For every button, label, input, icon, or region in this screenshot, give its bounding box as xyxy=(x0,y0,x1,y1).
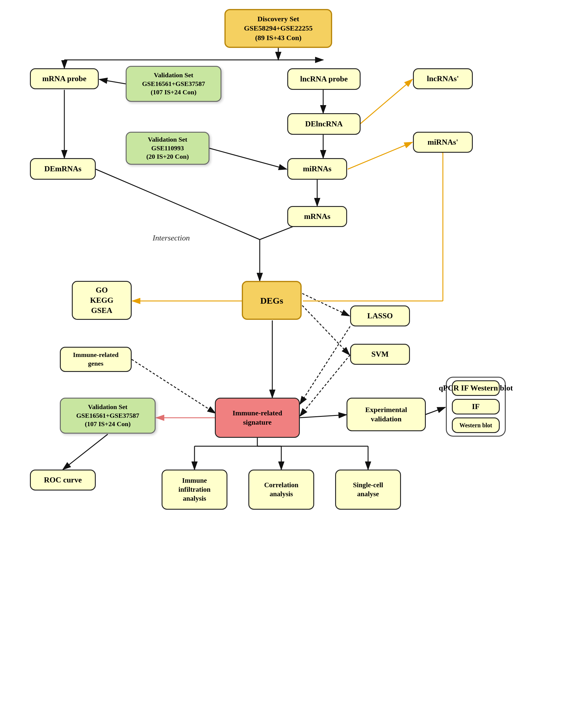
validation-set-1-node: Validation Set GSE16561+GSE37587 (107 IS… xyxy=(126,66,222,102)
immune-related-genes-node: Immune-related genes xyxy=(60,347,132,372)
immune-infiltration-node: Immune infiltration analysis xyxy=(162,469,227,510)
roc-curve-node: ROC curve xyxy=(30,469,96,490)
svg-line-24 xyxy=(300,355,350,416)
mrna-probe-node: mRNA probe xyxy=(30,68,99,89)
go-kegg-gsea-node: GO KEGG GSEA xyxy=(72,281,132,320)
experimental-validation-node: Experimental validation xyxy=(346,398,426,431)
svg-line-26 xyxy=(299,415,346,418)
validation-set-3-node: Validation Set GSE16561+GSE37587 (107 IS… xyxy=(60,398,155,433)
correlation-analysis-node: Correlation analysis xyxy=(248,469,314,510)
mrnas-node: mRNAs xyxy=(287,206,347,227)
western-blot-node: Western blot xyxy=(452,418,500,433)
svg-line-37 xyxy=(360,79,412,124)
delncrna-node: DElncRNA xyxy=(287,113,361,135)
svg-line-21 xyxy=(302,294,350,316)
flowchart-diagram: Intersection Discovery Set GSE58294+GSE2… xyxy=(0,0,588,728)
mirnas-node: miRNAs xyxy=(287,158,347,180)
lncrna-probe-node: lncRNA probe xyxy=(287,68,361,90)
svg-line-27 xyxy=(425,407,445,415)
svg-line-13 xyxy=(209,148,287,169)
degs-node: DEGs xyxy=(242,281,302,320)
if-node: IF xyxy=(452,399,500,414)
lasso-node: LASSO xyxy=(350,305,410,326)
mirnas-prime-node: miRNAs' xyxy=(413,132,473,153)
lncrnas-prime-node: lncRNAs' xyxy=(413,68,473,89)
svg-line-23 xyxy=(300,326,350,404)
intersection-label: Intersection xyxy=(153,234,190,243)
svg-line-15 xyxy=(96,169,260,240)
validation-set-2-node: Validation Set GSE110993 (20 IS+20 Con) xyxy=(126,132,209,165)
demrnas-node: DEmRNAs xyxy=(30,158,96,180)
svm-node: SVM xyxy=(350,344,410,365)
svg-line-28 xyxy=(63,434,108,469)
svg-line-36 xyxy=(348,142,412,169)
svg-line-9 xyxy=(99,79,126,84)
immune-related-signature-node: Immune-related signature xyxy=(215,398,300,438)
qpcr-node: qPCR IF Western blot xyxy=(452,380,500,396)
single-cell-analysis-node: Single-cell analyse xyxy=(335,469,401,510)
svg-line-22 xyxy=(302,305,350,355)
discovery-set-node: Discovery Set GSE58294+GSE22255 (89 IS+4… xyxy=(225,9,332,48)
qpcr-if-wb-node: qPCR IF Western blot IF Western blot xyxy=(446,377,506,437)
